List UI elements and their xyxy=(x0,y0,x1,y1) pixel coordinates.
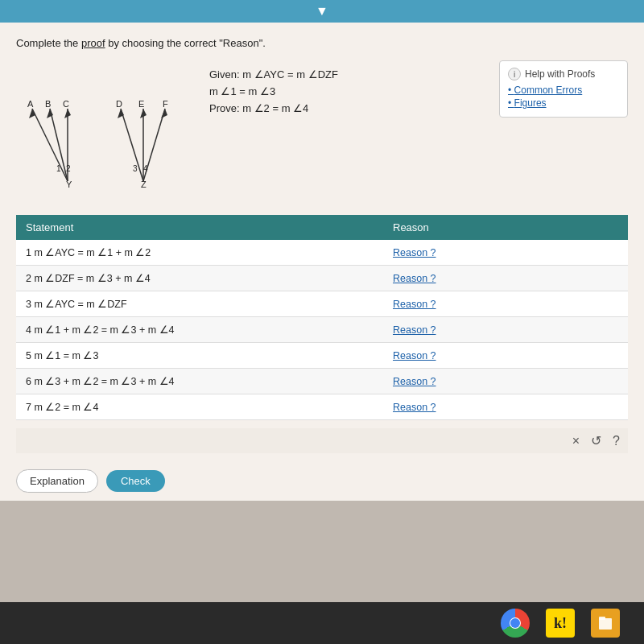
statement-header: Statement xyxy=(16,215,383,240)
reason-cell: Reason ? xyxy=(383,369,628,394)
reason-cell: Reason ? xyxy=(383,266,628,291)
svg-rect-25 xyxy=(599,617,605,620)
reason-link[interactable]: Reason ? xyxy=(393,350,436,361)
svg-text:B: B xyxy=(45,99,51,109)
table-row: 2 m ∠DZF = m ∠3 + m ∠4Reason ? xyxy=(16,266,628,291)
reason-cell: Reason ? xyxy=(383,343,628,369)
prove-line: Prove: m ∠2 = m ∠4 xyxy=(209,102,483,114)
given-line1: Given: m ∠AYC = m ∠DZF xyxy=(209,68,483,80)
statement-cell: 6 m ∠3 + m ∠2 = m ∠3 + m ∠4 xyxy=(16,369,383,394)
top-bar: ▼ xyxy=(0,0,644,23)
instruction-text: Complete the proof by choosing the corre… xyxy=(16,37,628,49)
upper-section: Y A B C 1 2 Z xyxy=(16,60,628,200)
statement-cell: 7 m ∠2 = m ∠4 xyxy=(16,394,383,420)
reason-cell: Reason ? xyxy=(383,317,628,343)
taskbar: k! xyxy=(0,602,644,644)
close-button[interactable]: × xyxy=(572,434,580,448)
table-row: 6 m ∠3 + m ∠2 = m ∠3 + m ∠4Reason ? xyxy=(16,369,628,394)
help-box: i Help with Proofs Common Errors Figures xyxy=(499,60,628,118)
instruction-prefix: Complete the xyxy=(16,37,81,49)
geometry-diagram: Y A B C 1 2 Z xyxy=(16,60,193,197)
table-row: 5 m ∠1 = m ∠3Reason ? xyxy=(16,343,628,369)
chrome-inner-circle xyxy=(510,618,520,628)
reason-cell: Reason ? xyxy=(383,291,628,317)
proof-link[interactable]: proof xyxy=(81,37,105,49)
statement-cell: 4 m ∠1 + m ∠2 = m ∠3 + m ∠4 xyxy=(16,317,383,343)
table-header-row: Statement Reason xyxy=(16,215,628,240)
main-content: Complete the proof by choosing the corre… xyxy=(0,23,644,461)
table-row: 1 m ∠AYC = m ∠1 + m ∠2Reason ? xyxy=(16,240,628,266)
diagram-area: Y A B C 1 2 Z xyxy=(16,60,193,200)
table-row: 4 m ∠1 + m ∠2 = m ∠3 + m ∠4Reason ? xyxy=(16,317,628,343)
proof-table: Statement Reason 1 m ∠AYC = m ∠1 + m ∠2R… xyxy=(16,215,628,420)
reason-cell: Reason ? xyxy=(383,394,628,420)
undo-button[interactable]: ↺ xyxy=(591,433,601,448)
chrome-icon[interactable] xyxy=(501,609,530,638)
reason-header: Reason xyxy=(383,215,628,240)
statement-cell: 2 m ∠DZF = m ∠3 + m ∠4 xyxy=(16,266,383,291)
figures-link[interactable]: Figures xyxy=(508,97,619,109)
svg-text:4: 4 xyxy=(143,164,148,173)
help-links: Common Errors Figures xyxy=(508,85,619,109)
check-button[interactable]: Check xyxy=(106,470,165,492)
svg-text:C: C xyxy=(63,99,69,109)
table-row: 3 m ∠AYC = m ∠DZFReason ? xyxy=(16,291,628,317)
table-row: 7 m ∠2 = m ∠4Reason ? xyxy=(16,394,628,420)
reason-link[interactable]: Reason ? xyxy=(393,402,436,413)
statement-cell: 5 m ∠1 = m ∠3 xyxy=(16,343,383,369)
k-app-icon[interactable]: k! xyxy=(546,609,575,638)
info-icon: i xyxy=(508,68,521,80)
reason-cell: Reason ? xyxy=(383,240,628,266)
svg-text:1: 1 xyxy=(56,164,61,173)
svg-text:E: E xyxy=(138,99,144,109)
help-button[interactable]: ? xyxy=(613,434,620,448)
svg-text:3: 3 xyxy=(133,164,138,173)
svg-text:F: F xyxy=(163,99,168,109)
common-errors-link[interactable]: Common Errors xyxy=(508,85,619,96)
explanation-button[interactable]: Explanation xyxy=(16,469,98,493)
reason-link[interactable]: Reason ? xyxy=(393,299,436,310)
instruction-suffix: by choosing the correct "Reason". xyxy=(105,37,266,49)
help-title: i Help with Proofs xyxy=(508,68,619,80)
svg-marker-2 xyxy=(29,109,35,118)
given-prove-area: Given: m ∠AYC = m ∠DZF m ∠1 = m ∠3 Prove… xyxy=(209,60,483,119)
svg-text:2: 2 xyxy=(66,164,71,173)
reason-link[interactable]: Reason ? xyxy=(393,247,436,258)
reason-link[interactable]: Reason ? xyxy=(393,376,436,387)
svg-rect-24 xyxy=(599,618,612,630)
reason-link[interactable]: Reason ? xyxy=(393,324,436,336)
reason-link[interactable]: Reason ? xyxy=(393,273,436,284)
svg-line-13 xyxy=(121,109,143,181)
svg-text:D: D xyxy=(116,99,122,109)
svg-text:A: A xyxy=(27,99,34,109)
action-row: Explanation Check xyxy=(0,461,644,501)
given-line2: m ∠1 = m ∠3 xyxy=(209,85,483,97)
statement-cell: 3 m ∠AYC = m ∠DZF xyxy=(16,291,383,317)
help-title-text: Help with Proofs xyxy=(525,68,595,80)
statement-cell: 1 m ∠AYC = m ∠1 + m ∠2 xyxy=(16,240,383,266)
files-icon[interactable] xyxy=(591,609,620,638)
chevron-down-icon[interactable]: ▼ xyxy=(316,4,328,19)
svg-line-1 xyxy=(32,109,68,181)
bottom-toolbar: × ↺ ? xyxy=(16,428,628,453)
